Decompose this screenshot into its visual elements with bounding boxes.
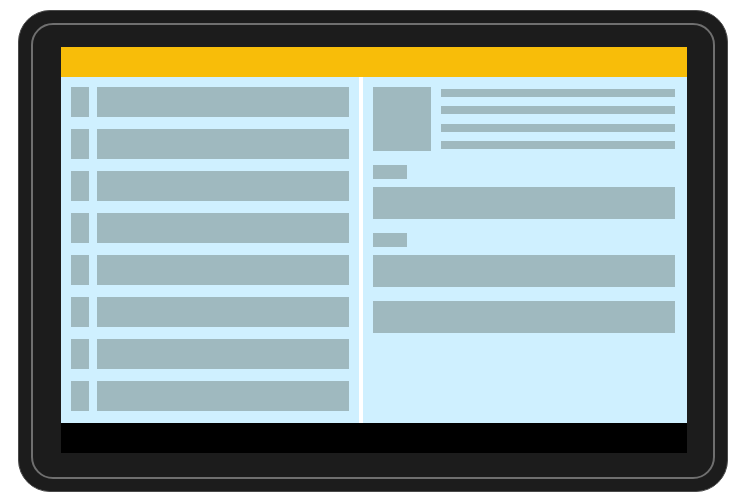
list-item-label (97, 339, 349, 369)
list-item[interactable] (71, 381, 349, 411)
list-item-icon (71, 381, 89, 411)
list-item[interactable] (71, 87, 349, 117)
bottom-bar (61, 423, 687, 453)
list-item[interactable] (71, 339, 349, 369)
list-item-label (97, 87, 349, 117)
detail-header (373, 87, 675, 151)
list-item[interactable] (71, 297, 349, 327)
detail-header-lines (441, 87, 675, 151)
list-item-icon (71, 87, 89, 117)
list-item-icon (71, 129, 89, 159)
detail-pane (373, 87, 675, 347)
column-divider (359, 77, 363, 423)
left-list (71, 87, 349, 423)
list-item-icon (71, 339, 89, 369)
detail-line (441, 106, 675, 114)
list-item-label (97, 171, 349, 201)
list-item-label (97, 255, 349, 285)
section-body (373, 255, 675, 287)
tablet-frame (18, 10, 728, 492)
detail-line (441, 89, 675, 97)
list-item[interactable] (71, 171, 349, 201)
list-item-label (97, 297, 349, 327)
list-item-label (97, 129, 349, 159)
detail-line (441, 141, 675, 149)
section-body (373, 187, 675, 219)
list-item[interactable] (71, 213, 349, 243)
list-item-icon (71, 213, 89, 243)
list-item-label (97, 213, 349, 243)
list-item-icon (71, 171, 89, 201)
detail-thumbnail (373, 87, 431, 151)
detail-line (441, 124, 675, 132)
section-tag (373, 233, 407, 247)
section-body (373, 301, 675, 333)
screen (61, 47, 687, 453)
list-item-icon (71, 255, 89, 285)
section-tag (373, 165, 407, 179)
list-item[interactable] (71, 255, 349, 285)
list-item-icon (71, 297, 89, 327)
list-item[interactable] (71, 129, 349, 159)
list-item-label (97, 381, 349, 411)
header-bar (61, 47, 687, 77)
content-area (61, 77, 687, 423)
